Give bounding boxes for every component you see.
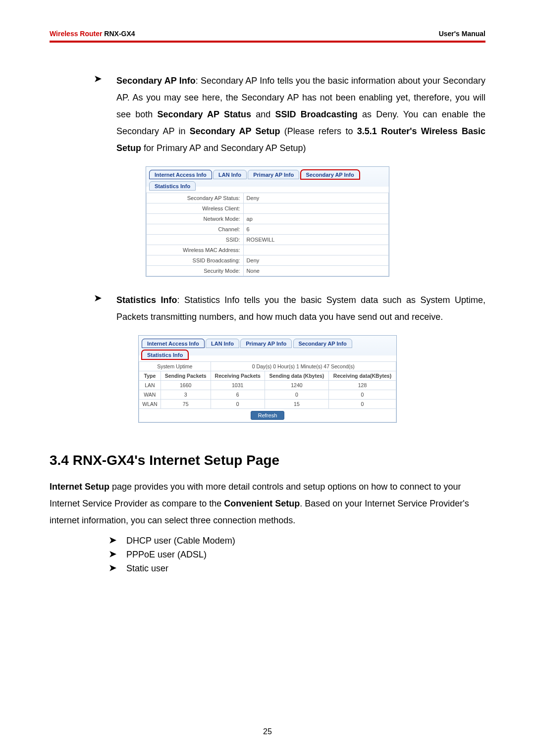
bullet-arrow-icon: ➤: [109, 561, 116, 575]
tab-internet-access-info[interactable]: Internet Access Info: [149, 170, 212, 179]
kv-row: Wireless Client:: [147, 203, 389, 214]
statistics-info-figure: Internet Access Info LAN Info Primary AP…: [138, 335, 397, 423]
list-item: ➤DHCP user (Cable Modem): [109, 534, 485, 548]
secondary-ap-info-table: Secondary AP Status:Deny Wireless Client…: [146, 193, 389, 276]
bullet-arrow-icon: ➤: [109, 534, 116, 548]
bullet-arrow-icon: ➤: [94, 292, 102, 325]
connection-methods-list: ➤DHCP user (Cable Modem) ➤PPPoE user (AD…: [50, 534, 485, 575]
tab-statistics-info[interactable]: Statistics Info: [142, 350, 188, 359]
kv-row: Wireless MAC Address:: [147, 245, 389, 255]
section-3-4-title: 3.4 RNX-GX4's Internet Setup Page: [50, 453, 485, 468]
refresh-button[interactable]: Refresh: [251, 411, 285, 420]
tab-secondary-ap-info[interactable]: Secondary AP Info: [301, 170, 360, 179]
kv-row: Channel:6: [147, 224, 389, 235]
uptime-label: System Uptime: [139, 362, 211, 371]
tab-primary-ap-info[interactable]: Primary AP Info: [240, 339, 292, 348]
stats-header-row: Type Sending Packets Receiving Packets S…: [139, 371, 396, 381]
statistics-info-paragraph: Statistics Info: Statistics Info tells y…: [116, 292, 485, 325]
statistics-info-block: ➤ Statistics Info: Statistics Info tells…: [50, 292, 485, 325]
secondary-ap-info-block: ➤ Secondary AP Info: Secondary AP Info t…: [50, 72, 485, 156]
tab-lan-info[interactable]: LAN Info: [213, 170, 247, 179]
uptime-row: System Uptime 0 Day(s) 0 Hour(s) 1 Minut…: [139, 362, 396, 371]
page-number: 25: [0, 727, 535, 736]
table-row: WAN 3 6 0 0: [139, 390, 396, 400]
table-row: WLAN 75 0 15 0: [139, 400, 396, 409]
sap-label: Secondary AP Info: [116, 76, 196, 86]
list-item: ➤PPPoE user (ADSL): [109, 548, 485, 561]
table-row: LAN 1660 1031 1240 128: [139, 381, 396, 390]
statistics-table: System Uptime 0 Day(s) 0 Hour(s) 1 Minut…: [139, 361, 396, 409]
header-brand: Wireless Router: [50, 30, 102, 38]
fig1-tab-row: Internet Access Info LAN Info Primary AP…: [146, 167, 389, 193]
stats-label: Statistics Info: [116, 295, 177, 305]
kv-row: Security Mode:None: [147, 266, 389, 276]
page-header: Wireless Router RNX-GX4 User's Manual: [50, 30, 485, 43]
header-model: RNX-GX4: [104, 30, 135, 38]
bullet-arrow-icon: ➤: [109, 548, 116, 561]
secondary-ap-info-paragraph: Secondary AP Info: Secondary AP Info tel…: [116, 72, 485, 156]
uptime-value: 0 Day(s) 0 Hour(s) 1 Minute(s) 47 Second…: [211, 362, 396, 371]
secondary-ap-info-figure: Internet Access Info LAN Info Primary AP…: [146, 166, 389, 277]
tab-internet-access-info[interactable]: Internet Access Info: [142, 339, 205, 348]
header-user-manual: User's Manual: [439, 30, 485, 38]
kv-row: Network Mode:ap: [147, 214, 389, 224]
kv-row: Secondary AP Status:Deny: [147, 193, 389, 203]
list-item: ➤Static user: [109, 561, 485, 575]
tab-lan-info[interactable]: LAN Info: [206, 339, 239, 348]
fig2-tab-row: Internet Access Info LAN Info Primary AP…: [139, 336, 396, 361]
tab-primary-ap-info[interactable]: Primary AP Info: [248, 170, 299, 179]
internet-setup-paragraph: Internet Setup page provides you with mo…: [50, 478, 485, 529]
kv-row: SSID Broadcasting:Deny: [147, 255, 389, 266]
bullet-arrow-icon: ➤: [94, 72, 102, 156]
tab-secondary-ap-info[interactable]: Secondary AP Info: [293, 339, 352, 348]
kv-row: SSID:ROSEWILL: [147, 235, 389, 245]
tab-statistics-info[interactable]: Statistics Info: [149, 181, 196, 191]
